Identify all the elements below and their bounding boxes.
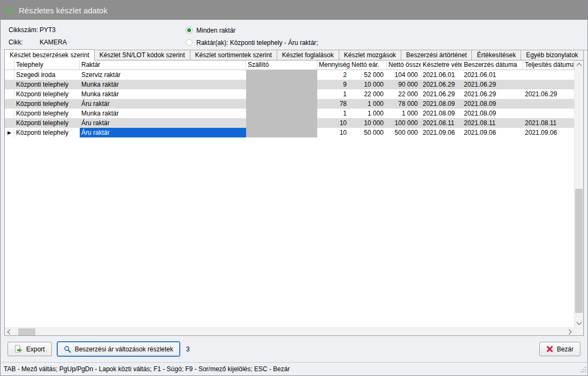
- cell[interactable]: Központi telephely: [14, 99, 80, 109]
- cell[interactable]: 2021.08.09: [462, 109, 523, 118]
- tab[interactable]: Készlet beszerzések szerint: [4, 49, 95, 60]
- cell[interactable]: Központi telephely: [14, 109, 80, 118]
- column-header[interactable]: Beszerzés dátuma: [462, 60, 523, 70]
- cell[interactable]: Központi telephely: [14, 128, 80, 137]
- cell[interactable]: 2021.06.01: [421, 70, 462, 80]
- table-row[interactable]: Központi telephelyÁru raktár1010 000100 …: [5, 118, 574, 128]
- scroll-down-button[interactable]: [575, 319, 583, 327]
- tab[interactable]: Készlet sortimentek szerint: [190, 50, 277, 60]
- table-row[interactable]: Központi telephelyÁru raktár781 00078 00…: [5, 99, 574, 109]
- cell[interactable]: 1 000: [350, 109, 387, 118]
- cell[interactable]: 1 000: [350, 99, 387, 109]
- table-row[interactable]: Központi telephelyMunka raktár910 00090 …: [5, 80, 574, 89]
- table-row[interactable]: Szegedi irodaSzerviz raktár252 000104 00…: [5, 70, 574, 80]
- horizontal-scrollbar[interactable]: [5, 327, 574, 335]
- cell[interactable]: 22 000: [350, 89, 387, 99]
- row-gutter[interactable]: [5, 89, 14, 99]
- export-button[interactable]: Export: [7, 342, 52, 356]
- cell[interactable]: 2021.08.09: [462, 99, 523, 109]
- column-header[interactable]: Nettó eár.: [350, 60, 387, 70]
- tab[interactable]: Beszerzési ártörténet: [401, 50, 472, 60]
- scroll-right-button[interactable]: [566, 328, 574, 335]
- radio-button-icon[interactable]: [186, 27, 193, 34]
- tab[interactable]: Készlet SN/LOT kódok szerint: [94, 50, 190, 60]
- cell[interactable]: Központi telephely: [14, 80, 80, 89]
- resize-grip[interactable]: [581, 367, 586, 374]
- cell[interactable]: Áru raktár: [80, 128, 246, 137]
- column-header[interactable]: [5, 60, 14, 70]
- cell[interactable]: Központi telephely: [14, 118, 80, 128]
- horizontal-scrollbar-thumb[interactable]: [18, 328, 35, 335]
- cell[interactable]: 10 000: [350, 80, 387, 89]
- cell[interactable]: [523, 109, 574, 118]
- cell[interactable]: [523, 80, 574, 89]
- cell[interactable]: Központi telephely: [14, 89, 80, 99]
- tab[interactable]: Készlet foglalások: [277, 50, 339, 60]
- row-gutter[interactable]: [5, 118, 14, 128]
- cell[interactable]: 2021.08.11: [462, 118, 523, 128]
- scroll-left-button[interactable]: [5, 328, 13, 335]
- cell[interactable]: 1: [317, 109, 350, 118]
- cell[interactable]: 22 000: [387, 89, 421, 99]
- cell[interactable]: 100 000: [387, 118, 421, 128]
- cell[interactable]: 52 000: [350, 70, 387, 80]
- cell[interactable]: 2021.09.06: [421, 128, 462, 137]
- cell[interactable]: 1: [317, 89, 350, 99]
- cell[interactable]: [246, 128, 317, 137]
- radio-button-icon[interactable]: [186, 39, 193, 46]
- column-header[interactable]: Nettó összes: [387, 60, 421, 70]
- cell[interactable]: Munka raktár: [80, 109, 246, 118]
- cell[interactable]: 50 000: [350, 128, 387, 137]
- cell[interactable]: Szegedi iroda: [14, 70, 80, 80]
- row-gutter[interactable]: [5, 70, 14, 80]
- tab[interactable]: Egyéb bizonylatok: [521, 50, 583, 60]
- cell[interactable]: Áru raktár: [80, 99, 246, 109]
- cell[interactable]: 2021.06.29: [462, 89, 523, 99]
- cell[interactable]: 78 000: [387, 99, 421, 109]
- row-gutter[interactable]: [5, 109, 14, 118]
- column-header[interactable]: Szállító: [246, 60, 317, 70]
- cell[interactable]: 2021.06.01: [462, 70, 523, 80]
- cell[interactable]: 104 000: [387, 70, 421, 80]
- scroll-up-button[interactable]: [575, 60, 583, 69]
- cell[interactable]: [523, 70, 574, 80]
- cell[interactable]: 9: [317, 80, 350, 89]
- vertical-scrollbar[interactable]: [574, 60, 583, 327]
- vertical-scrollbar-thumb[interactable]: [575, 189, 583, 313]
- cell[interactable]: 500 000: [387, 128, 421, 137]
- cell[interactable]: 2021.06.29: [421, 89, 462, 99]
- close-button[interactable]: Bezár: [539, 342, 581, 356]
- cell[interactable]: 10: [317, 128, 350, 137]
- cell[interactable]: 78: [317, 99, 350, 109]
- column-header[interactable]: Teljesítés dátuma: [523, 60, 574, 70]
- cell[interactable]: [246, 80, 317, 89]
- price-changes-button[interactable]: Beszerzési ár változások részletek: [57, 341, 180, 357]
- table-row[interactable]: ▶Központi telephelyÁru raktár1050 000500…: [5, 128, 574, 137]
- cell[interactable]: 10 000: [350, 118, 387, 128]
- row-gutter[interactable]: [5, 99, 14, 109]
- tab[interactable]: Készlet változása: [583, 50, 588, 60]
- table-row[interactable]: Központi telephelyMunka raktár11 0001 00…: [5, 109, 574, 118]
- table-row[interactable]: Központi telephelyMunka raktár122 00022 …: [5, 89, 574, 99]
- cell[interactable]: [246, 109, 317, 118]
- cell[interactable]: [246, 99, 317, 109]
- row-gutter[interactable]: ▶: [5, 128, 14, 137]
- cell[interactable]: [246, 70, 317, 80]
- cell[interactable]: 2021.08.09: [421, 109, 462, 118]
- column-header[interactable]: Készletre vétel: [421, 60, 462, 70]
- radio-row-all-warehouses[interactable]: Minden raktár: [186, 24, 318, 36]
- cell[interactable]: 2021.09.06: [462, 128, 523, 137]
- cell[interactable]: 2021.06.29: [523, 89, 574, 99]
- column-header[interactable]: Telephely: [14, 60, 80, 70]
- column-header[interactable]: Mennyiség: [317, 60, 350, 70]
- tab[interactable]: Értékesítések: [471, 50, 521, 60]
- cell[interactable]: 1 000: [387, 109, 421, 118]
- cell[interactable]: Áru raktár: [80, 118, 246, 128]
- radio-row-selected-warehouse[interactable]: Raktár(ak): Központi telephely - Áru rak…: [186, 36, 318, 49]
- cell[interactable]: [523, 99, 574, 109]
- cell[interactable]: 2021.06.29: [421, 80, 462, 89]
- cell[interactable]: 2: [317, 70, 350, 80]
- cell[interactable]: 2021.08.09: [421, 99, 462, 109]
- cell[interactable]: Munka raktár: [80, 89, 246, 99]
- tab[interactable]: Készlet mozgások: [339, 50, 401, 60]
